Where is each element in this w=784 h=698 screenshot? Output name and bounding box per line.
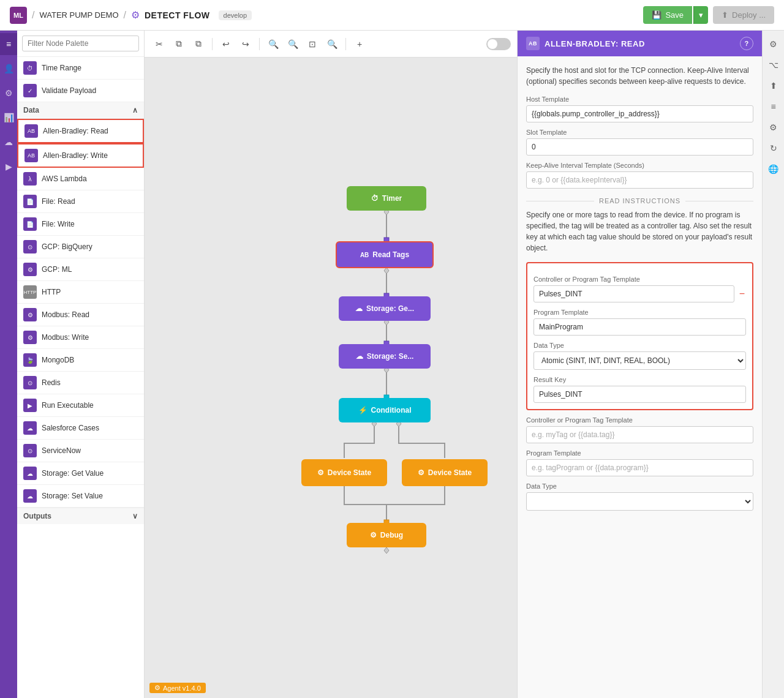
conditional-node[interactable]: ⚡ Conditional — [339, 398, 431, 422]
outputs-section-chevron[interactable]: ∨ — [132, 512, 138, 520]
save-dropdown-button[interactable]: ▾ — [693, 6, 708, 24]
host-template-input[interactable] — [526, 105, 753, 122]
palette-item-modbus-write[interactable]: ⚙ Modbus: Write — [17, 326, 144, 349]
tag1-controller-input[interactable] — [533, 285, 734, 302]
run-exec-icon: ▶ — [23, 399, 37, 412]
timer-node-icon: ⏱ — [371, 194, 379, 203]
zoom-in-button[interactable]: 🔍 — [284, 36, 301, 53]
palette-item-salesforce-label: Salesforce Cases — [42, 424, 99, 432]
palette-item-gcp-ml[interactable]: ⚙ GCP: ML — [17, 258, 144, 281]
deploy-button[interactable]: ⬆ Deploy ... — [713, 6, 774, 24]
palette-item-salesforce[interactable]: ☁ Salesforce Cases — [17, 417, 144, 440]
sidebar-icon-terminal[interactable]: ▶ — [0, 156, 17, 178]
read-tags-node-icon: AB — [360, 252, 369, 258]
palette-item-servicenow[interactable]: ⊙ ServiceNow — [17, 440, 144, 462]
sidebar-icon-nodes[interactable]: ≡ — [0, 33, 17, 55]
save-button[interactable]: 💾 Save — [643, 6, 692, 24]
palette-item-time-range-label: Time Range — [42, 64, 81, 72]
tag2-program-input[interactable] — [526, 459, 753, 476]
copy-button[interactable]: ⧉ — [170, 36, 187, 53]
palette-item-validate-payload-label: Validate Payload — [42, 86, 96, 95]
paste-button[interactable]: ⧉ — [190, 36, 207, 53]
right-panel: AB ALLEN-BRADLEY: READ ? Specify the hos… — [517, 31, 762, 698]
right-icon-refresh[interactable]: ↻ — [765, 140, 782, 157]
right-icon-gear[interactable]: ⚙ — [765, 119, 782, 136]
tag2-controller-input[interactable] — [526, 426, 753, 443]
sidebar-icon-settings[interactable]: ⚙ — [0, 82, 17, 104]
right-icon-settings[interactable]: ⚙ — [765, 36, 782, 53]
palette-item-modbus-read[interactable]: ⚙ Modbus: Read — [17, 304, 144, 326]
palette-item-aws-lambda[interactable]: λ AWS Lambda — [17, 168, 144, 190]
read-tags-node-label: Read Tags — [372, 250, 409, 259]
panel-help-button[interactable]: ? — [740, 37, 753, 50]
palette-item-redis[interactable]: ⊙ Redis — [17, 372, 144, 394]
cut-button[interactable]: ✂ — [151, 36, 168, 53]
flow-title: DETECT FLOW — [145, 10, 210, 20]
debug-node-icon: ⚙ — [370, 531, 377, 539]
fit-button[interactable]: ⊡ — [304, 36, 321, 53]
tag1-datatype-select[interactable]: Atomic (SINT, INT, DINT, REAL, BOOL) — [533, 351, 746, 370]
palette-item-file-read[interactable]: 📄 File: Read — [17, 190, 144, 213]
palette-item-validate-payload[interactable]: ✓ Validate Payload — [17, 80, 144, 102]
slot-template-input[interactable] — [526, 138, 753, 156]
undo-button[interactable]: ↩ — [217, 36, 235, 53]
keep-alive-input[interactable] — [526, 171, 753, 189]
main-layout: ≡ 👤 ⚙ 📊 ☁ ▶ ⏱ Time Range ✓ Validate Payl… — [0, 31, 784, 698]
device-state-1-node[interactable]: ⚙ Device State — [301, 459, 387, 486]
storage-se-node-icon: ☁ — [356, 352, 363, 361]
timer-node[interactable]: ⏱ Timer — [347, 186, 426, 211]
palette-item-ab-write-label: Allen-Bradley: Write — [43, 151, 108, 160]
storage-se-node[interactable]: ☁ Storage: Se... — [339, 344, 431, 369]
palette-item-http[interactable]: HTTP HTTP — [17, 281, 144, 304]
tag1-resultkey-input[interactable] — [533, 386, 746, 403]
toggle-switch[interactable] — [486, 38, 511, 50]
palette-item-gcp-bq-label: GCP: BigQuery — [42, 242, 92, 251]
redo-button[interactable]: ↪ — [237, 36, 254, 53]
breadcrumb-water-pump[interactable]: WATER PUMP DEMO — [39, 10, 118, 20]
palette-search-input[interactable] — [22, 36, 139, 51]
palette-item-file-write[interactable]: 📄 File: Write — [17, 213, 144, 236]
tag2-datatype-select[interactable] — [526, 492, 753, 511]
palette-item-aws-lambda-label: AWS Lambda — [42, 174, 87, 183]
right-icon-bar: ⚙ ⌥ ⬆ ≡ ⚙ ↻ 🌐 — [762, 31, 784, 698]
search-button[interactable]: 🔍 — [323, 36, 341, 53]
right-icon-layers[interactable]: ≡ — [765, 98, 782, 115]
debug-node[interactable]: ⚙ Debug — [347, 523, 426, 547]
right-icon-globe[interactable]: 🌐 — [765, 160, 782, 178]
right-icon-upload[interactable]: ⬆ — [765, 77, 782, 94]
palette-item-run-executable[interactable]: ▶ Run Executable — [17, 394, 144, 417]
sidebar-icon-cloud[interactable]: ☁ — [0, 131, 17, 153]
palette-item-servicenow-label: ServiceNow — [42, 446, 81, 455]
palette-item-file-read-label: File: Read — [42, 197, 75, 206]
tag1-program-input[interactable] — [533, 318, 746, 336]
palette-item-ab-read[interactable]: AB Allen-Bradley: Read — [17, 119, 144, 143]
tag1-remove-button[interactable]: − — [738, 287, 746, 301]
agent-badge-icon: ⚙ — [154, 684, 160, 692]
palette-scroll: ⏱ Time Range ✓ Validate Payload Data ∧ A… — [17, 57, 144, 698]
read-tags-node[interactable]: AB Read Tags — [336, 241, 434, 268]
sidebar-icon-data[interactable]: 📊 — [0, 107, 17, 129]
node-palette: ⏱ Time Range ✓ Validate Payload Data ∧ A… — [17, 31, 145, 698]
panel-description: Specify the host and slot for the TCP co… — [526, 65, 753, 87]
zoom-out-button[interactable]: 🔍 — [265, 36, 282, 53]
palette-item-gcp-bigquery[interactable]: ⊙ GCP: BigQuery — [17, 236, 144, 258]
storage-ge-node[interactable]: ☁ Storage: Ge... — [339, 296, 431, 321]
palette-item-ab-write[interactable]: AB Allen-Bradley: Write — [17, 143, 144, 168]
device-state-2-node[interactable]: ⚙ Device State — [402, 459, 488, 486]
panel-title: ALLEN-BRADLEY: READ — [545, 39, 645, 48]
sidebar-icon-user[interactable]: 👤 — [0, 58, 17, 80]
palette-item-time-range[interactable]: ⏱ Time Range — [17, 57, 144, 80]
right-icon-branch[interactable]: ⌥ — [765, 56, 782, 73]
flow-canvas[interactable]: ⏱ Timer AB Read Tags ☁ Storage: Ge... ☁ … — [145, 58, 517, 698]
read-instructions-title: READ INSTRUCTIONS — [599, 197, 680, 205]
data-section-chevron[interactable]: ∧ — [132, 106, 138, 114]
debug-node-label: Debug — [380, 531, 403, 539]
palette-item-mongodb[interactable]: 🍃 MongoDB — [17, 349, 144, 372]
add-node-button[interactable]: + — [351, 36, 368, 53]
data-section-label: Data — [23, 106, 39, 114]
develop-badge: develop — [219, 10, 252, 20]
palette-item-storage-get[interactable]: ☁ Storage: Get Value — [17, 462, 144, 485]
device-state-1-label: Device State — [328, 468, 371, 477]
palette-item-storage-set[interactable]: ☁ Storage: Set Value — [17, 485, 144, 508]
tag1-resultkey-label: Result Key — [533, 376, 746, 383]
